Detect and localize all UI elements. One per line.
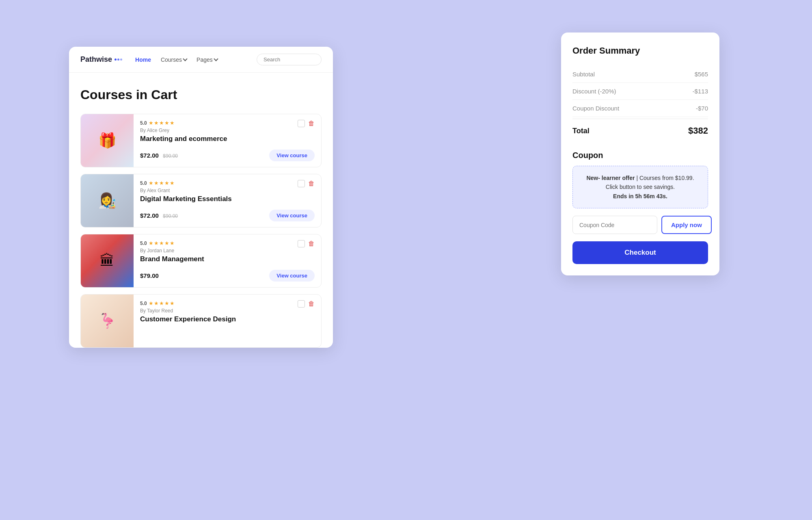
course-card-1: 🎁 5.0 ★★★★★ By Alice Grey Marketing and … [80,114,322,167]
coupon-offer-text: New- learner offer | Courses from $10.99… [581,173,700,201]
price-container-1: $72.00 $90.00 [140,152,178,159]
course-meta-4: 5.0 ★★★★★ By Taylor Reed Customer Experi… [140,300,298,323]
course-bottom-2: $72.00 $90.00 View course [140,210,315,221]
rating-4: 5.0 [140,301,147,306]
course-author-2: By Alex Grant [140,188,298,193]
coupon-section-title: Coupon [572,151,708,160]
course-actions-4: 🗑 [298,300,315,308]
course-thumbnail-1: 🎁 [81,114,134,167]
nav-links: Home Courses Pages [135,56,244,63]
course-name-2: Digital Marketing Essentials [140,195,298,203]
view-course-button-1[interactable]: View course [269,150,315,161]
course-meta-2: 5.0 ★★★★★ By Alex Grant Digital Marketin… [140,180,298,203]
select-checkbox-3[interactable] [298,240,305,247]
course-thumbnail-4: 🦩 [81,295,134,347]
price-current-3: $79.00 [140,272,159,279]
order-total-row: Total $382 [572,119,708,143]
rating-1: 5.0 [140,120,147,126]
delete-button-4[interactable]: 🗑 [308,300,315,308]
select-checkbox-4[interactable] [298,300,305,308]
stars-row-4: 5.0 ★★★★★ [140,300,298,306]
logo: Pathwise [80,55,122,64]
apply-now-button[interactable]: Apply now [661,216,712,234]
thumbnail-image-customer: 🦩 [81,295,134,347]
course-thumbnail-3: 🏛 [81,234,134,287]
course-top-4: 5.0 ★★★★★ By Taylor Reed Customer Experi… [140,300,315,323]
course-author-4: By Taylor Reed [140,308,298,314]
view-course-button-2[interactable]: View course [269,210,315,221]
course-actions-3: 🗑 [298,240,315,247]
coupon-input-row: Apply now [572,216,708,234]
logo-text: Pathwise [80,55,112,64]
stars-row-3: 5.0 ★★★★★ [140,240,298,246]
rating-2: 5.0 [140,180,147,186]
select-checkbox-1[interactable] [298,120,305,127]
view-course-button-3[interactable]: View course [269,270,315,282]
page-title: Courses in Cart [80,87,322,102]
course-info-4: 5.0 ★★★★★ By Taylor Reed Customer Experi… [134,295,321,347]
offer-bold-text: New- learner offer [586,175,635,181]
course-name-4: Customer Experience Design [140,315,298,323]
course-meta-3: 5.0 ★★★★★ By Jordan Lane Brand Managemen… [140,240,298,263]
navbar: Pathwise Home Courses Pages [69,47,333,73]
total-value: $382 [688,126,708,136]
order-row-coupon-discount: Coupon Discount -$70 [572,100,708,117]
order-row-subtotal: Subtotal $565 [572,66,708,83]
total-label: Total [572,127,590,135]
offer-timer: Ends in 5h 56m 43s. [613,193,667,199]
nav-link-pages[interactable]: Pages [197,56,218,63]
course-author-1: By Alice Grey [140,128,298,133]
price-container-2: $72.00 $90.00 [140,212,178,219]
nav-link-courses[interactable]: Courses [161,56,187,63]
delete-button-3[interactable]: 🗑 [308,240,315,247]
nav-link-home[interactable]: Home [135,56,151,63]
chevron-pages-icon [214,56,218,61]
coupon-offer-box: New- learner offer | Courses from $10.99… [572,166,708,208]
logo-dot-3 [120,58,122,61]
stars-1: ★★★★★ [149,120,175,126]
price-original-1: $90.00 [163,153,178,159]
select-checkbox-2[interactable] [298,180,305,187]
course-info-3: 5.0 ★★★★★ By Jordan Lane Brand Managemen… [134,234,321,287]
price-container-3: $79.00 [140,272,159,280]
order-summary-panel: Order Summary Subtotal $565 Discount (-2… [561,32,719,275]
course-meta-1: 5.0 ★★★★★ By Alice Grey Marketing and ec… [140,120,298,143]
delete-button-1[interactable]: 🗑 [308,120,315,127]
order-row-discount: Discount (-20%) -$113 [572,83,708,100]
logo-dots [114,58,122,61]
course-card-3: 🏛 5.0 ★★★★★ By Jordan Lane Brand Managem… [80,234,322,288]
course-bottom-1: $72.00 $90.00 View course [140,150,315,161]
price-current-2: $72.00 [140,212,159,219]
course-author-3: By Jordan Lane [140,248,298,254]
course-info-2: 5.0 ★★★★★ By Alex Grant Digital Marketin… [134,174,321,227]
order-summary-title: Order Summary [572,46,708,56]
coupon-code-input[interactable] [572,216,657,234]
page-content: Courses in Cart 🎁 5.0 ★★★★★ By Alice Gre… [69,73,333,348]
subtotal-label: Subtotal [572,71,595,78]
checkout-button[interactable]: Checkout [572,241,708,264]
course-actions-2: 🗑 [298,180,315,187]
stars-2: ★★★★★ [149,180,175,186]
search-input[interactable] [257,54,322,65]
price-current-1: $72.00 [140,152,159,159]
price-original-2: $90.00 [163,213,178,219]
logo-dot-2 [117,58,119,61]
course-actions-1: 🗑 [298,120,315,127]
stars-row-1: 5.0 ★★★★★ [140,120,298,126]
course-name-1: Marketing and ecommerce [140,135,298,143]
course-top-2: 5.0 ★★★★★ By Alex Grant Digital Marketin… [140,180,315,203]
course-card-4: 🦩 5.0 ★★★★★ By Taylor Reed Customer Expe… [80,294,322,348]
course-top-3: 5.0 ★★★★★ By Jordan Lane Brand Managemen… [140,240,315,263]
course-top-1: 5.0 ★★★★★ By Alice Grey Marketing and ec… [140,120,315,143]
stars-row-2: 5.0 ★★★★★ [140,180,298,186]
course-info-1: 5.0 ★★★★★ By Alice Grey Marketing and ec… [134,114,321,167]
thumbnail-image-marketing: 🎁 [81,114,134,167]
thumbnail-image-brand: 🏛 [81,234,134,287]
coupon-discount-label: Coupon Discount [572,105,619,112]
main-website-panel: Pathwise Home Courses Pages Courses in C… [69,47,333,348]
course-bottom-3: $79.00 View course [140,270,315,282]
rating-3: 5.0 [140,240,147,246]
course-card-2: 👩‍🎨 5.0 ★★★★★ By Alex Grant Digital Mark… [80,174,322,228]
delete-button-2[interactable]: 🗑 [308,180,315,187]
stars-4: ★★★★★ [149,300,175,306]
